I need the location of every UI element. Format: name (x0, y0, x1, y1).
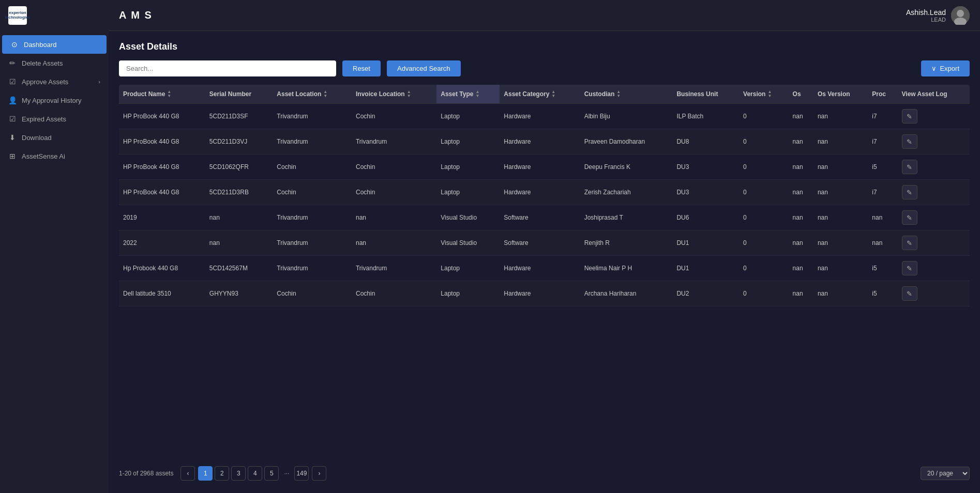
cell-business_unit: DU3 (672, 155, 739, 180)
next-page-button[interactable]: › (312, 466, 326, 481)
cell-invoice_location: Trivandrum (352, 129, 436, 155)
cell-view-asset-log: ✎ (898, 180, 970, 205)
svg-point-1 (957, 10, 964, 17)
cell-business_unit: DU8 (672, 129, 739, 155)
cell-asset_type: Laptop (436, 256, 500, 281)
cell-asset_category: Software (500, 205, 580, 230)
sort-icon-product_name[interactable]: ▲▼ (167, 90, 171, 98)
sort-icon-asset_location[interactable]: ▲▼ (323, 90, 327, 98)
sort-icon-asset_category[interactable]: ▲▼ (551, 90, 555, 98)
sidebar-item-download[interactable]: ⬇ Download (0, 128, 109, 147)
sidebar-item-dashboard[interactable]: ⊙ Dashboard (2, 35, 107, 54)
export-button[interactable]: ∨ Export (921, 60, 970, 76)
sort-icon-version[interactable]: ▲▼ (767, 90, 772, 98)
cell-product_name: Dell latitude 3510 (119, 281, 205, 306)
cell-os_version: nan (813, 281, 868, 306)
last-page-button[interactable]: 149 (294, 466, 309, 481)
col-header-inner: Os Version (818, 90, 864, 98)
edit-button[interactable]: ✎ (902, 109, 917, 124)
cell-product_name: HP ProBook 440 G8 (119, 155, 205, 180)
advanced-search-button[interactable]: Advanced Search (387, 60, 461, 76)
cell-invoice_location: Trivandrum (352, 256, 436, 281)
cell-asset_location: Cochin (273, 281, 352, 306)
search-input[interactable] (119, 60, 336, 76)
col-header-inner: View Asset Log (902, 90, 966, 98)
user-details: Ashish.Lead LEAD (906, 8, 946, 23)
cell-serial_number: 5CD211D3SF (205, 104, 273, 129)
edit-button[interactable]: ✎ (902, 134, 917, 149)
cell-invoice_location: Cochin (352, 104, 436, 129)
cell-serial_number: 5CD211D3RB (205, 180, 273, 205)
cell-os: nan (789, 180, 813, 205)
sidebar-item-label: Dashboard (24, 41, 57, 49)
cell-asset_type: Laptop (436, 104, 500, 129)
cell-os_version: nan (813, 155, 868, 180)
page-5-button[interactable]: 5 (264, 466, 279, 481)
col-asset_location[interactable]: Asset Location▲▼ (273, 85, 352, 104)
col-proc: Proc (868, 85, 897, 104)
sidebar-item-approve-assets[interactable]: ☑ Approve Assets › (0, 72, 109, 91)
cell-serial_number: nan (205, 205, 273, 230)
edit-button[interactable]: ✎ (902, 286, 917, 301)
sort-icon-custodian[interactable]: ▲▼ (616, 90, 621, 98)
cell-proc: i7 (868, 180, 897, 205)
col-label-asset_location: Asset Location (277, 90, 321, 98)
sidebar-item-assetsense-ai[interactable]: ⊞ AssetSense Ai (0, 147, 109, 165)
cell-invoice_location: Cochin (352, 155, 436, 180)
cell-version: 0 (739, 180, 789, 205)
page-4-button[interactable]: 4 (248, 466, 262, 481)
cell-version: 0 (739, 155, 789, 180)
expired-assets-icon: ☑ (8, 115, 17, 123)
col-product_name[interactable]: Product Name▲▼ (119, 85, 205, 104)
edit-button[interactable]: ✎ (902, 210, 917, 225)
cell-business_unit: DU1 (672, 256, 739, 281)
prev-page-button[interactable]: ‹ (180, 466, 195, 481)
cell-business_unit: DU3 (672, 180, 739, 205)
cell-proc: i5 (868, 256, 897, 281)
sort-icon-invoice_location[interactable]: ▲▼ (407, 90, 411, 98)
col-custodian[interactable]: Custodian▲▼ (580, 85, 673, 104)
cell-asset_type: Laptop (436, 180, 500, 205)
per-page-select[interactable]: 10 / page20 / page50 / page100 / page (921, 467, 970, 480)
page-2-button[interactable]: 2 (215, 466, 229, 481)
col-invoice_location[interactable]: Invoice Location▲▼ (352, 85, 436, 104)
asset-table-container: Product Name▲▼ Serial Number Asset Locat… (119, 85, 970, 461)
table-row: Hp Probook 440 G85CD142567MTrivandrumTri… (119, 256, 970, 281)
col-label-custodian: Custodian (584, 90, 615, 98)
header: A M S Ashish.Lead LEAD (109, 0, 980, 31)
cell-os: nan (789, 256, 813, 281)
sidebar-item-my-approval-history[interactable]: 👤 My Approval History (0, 91, 109, 110)
page-3-button[interactable]: 3 (231, 466, 246, 481)
col-asset_category[interactable]: Asset Category▲▼ (500, 85, 580, 104)
edit-button[interactable]: ✎ (902, 185, 917, 199)
edit-button[interactable]: ✎ (902, 261, 917, 275)
cell-view-asset-log: ✎ (898, 230, 970, 256)
col-label-product_name: Product Name (123, 90, 165, 98)
sidebar-item-delete-assets[interactable]: ✏ Delete Assets (0, 54, 109, 72)
cell-version: 0 (739, 281, 789, 306)
col-label-asset_category: Asset Category (504, 90, 549, 98)
cell-business_unit: ILP Batch (672, 104, 739, 129)
col-header-inner: Asset Type▲▼ (441, 90, 495, 98)
cell-view-asset-log: ✎ (898, 281, 970, 306)
cell-custodian: Archana Hariharan (580, 281, 673, 306)
sidebar-item-label: AssetSense Ai (22, 152, 65, 160)
sidebar-nav: ⊙ Dashboard ✏ Delete Assets ☑ Approve As… (0, 35, 109, 165)
sidebar-item-label: Download (22, 134, 52, 142)
cell-os: nan (789, 281, 813, 306)
col-serial_number: Serial Number (205, 85, 273, 104)
reset-button[interactable]: Reset (342, 60, 381, 76)
col-view_asset_log: View Asset Log (898, 85, 970, 104)
edit-button[interactable]: ✎ (902, 236, 917, 250)
cell-product_name: HP ProBook 440 G8 (119, 104, 205, 129)
dashboard-icon: ⊙ (10, 40, 19, 49)
col-header-inner: Serial Number (209, 90, 268, 98)
col-version[interactable]: Version▲▼ (739, 85, 789, 104)
col-asset_type[interactable]: Click to sort ascending Asset Type▲▼ (436, 85, 500, 104)
edit-button[interactable]: ✎ (902, 160, 917, 174)
sort-icon-asset_type[interactable]: ▲▼ (475, 90, 479, 98)
sidebar-item-expired-assets[interactable]: ☑ Expired Assets (0, 110, 109, 128)
page-1-button[interactable]: 1 (198, 466, 213, 481)
cell-asset_location: Trivandrum (273, 104, 352, 129)
cell-view-asset-log: ✎ (898, 155, 970, 180)
